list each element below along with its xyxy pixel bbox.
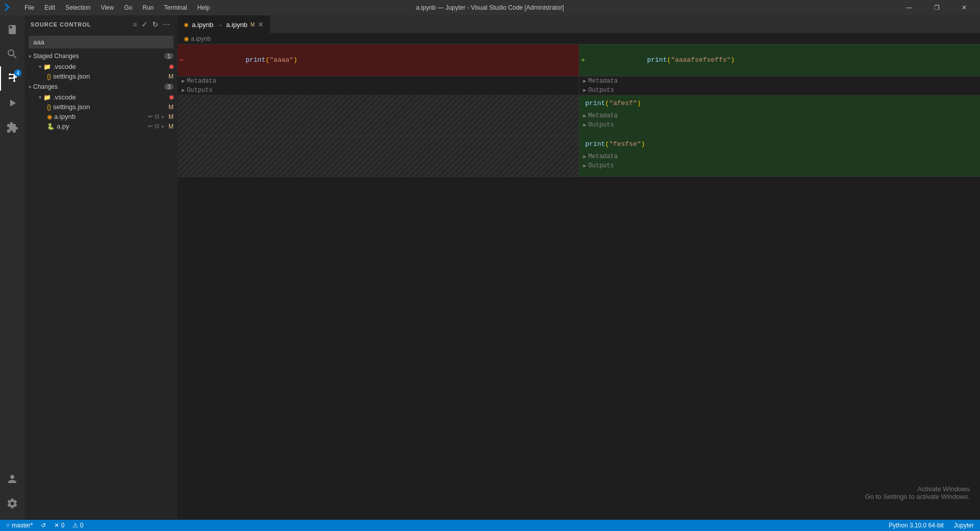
close-button[interactable]: ✕ [952, 0, 976, 15]
changes-aipynb[interactable]: ◉ a.ipynb ↩ ⊡ + M [24, 112, 178, 121]
titlebar-controls: — ❐ ✕ [897, 0, 976, 15]
source-control-badge: 4 [14, 69, 21, 77]
metadata-label-cell3: Metadata [589, 153, 618, 160]
source-control-activity-icon[interactable]: 4 [0, 66, 24, 91]
changes-apy-discard-icon[interactable]: ↩ [148, 123, 153, 130]
staged-settings-json-icon: {} [47, 73, 51, 80]
menu-edit[interactable]: Edit [40, 3, 59, 12]
staged-vscode-folder-left: ▾ 📁 .vscode [39, 63, 76, 70]
staged-changes-chevron: ▾ [29, 54, 31, 59]
status-python[interactable]: Python 3.10.0 64-bit [887, 522, 945, 529]
explorer-activity-icon[interactable] [0, 17, 24, 42]
metadata-chevron-left-1: ▶ [182, 78, 185, 84]
staged-settings-badge: M [168, 73, 174, 80]
changes-apy-badge: M [168, 123, 174, 130]
menu-selection[interactable]: Selection [61, 3, 94, 12]
outputs-label-right-1: Outputs [589, 87, 614, 94]
diff-cell3-paren2: ) [641, 140, 645, 148]
metadata-collapse-cell2[interactable]: ▶ Metadata [579, 111, 981, 120]
run-activity-icon[interactable] [0, 91, 24, 115]
changes-settings-badge: M [168, 104, 174, 111]
sidebar-content: ▾ Staged Changes 1 ▾ 📁 .vscode {} settin… [24, 50, 178, 520]
outputs-collapse-cell2[interactable]: ▶ Outputs [579, 120, 981, 130]
changes-vscode-red-dot [169, 95, 174, 99]
outputs-collapse-cell3[interactable]: ▶ Outputs [579, 161, 981, 170]
status-warnings[interactable]: ⚠ 0 [70, 522, 85, 529]
staged-changes-header[interactable]: ▾ Staged Changes 1 [24, 50, 178, 62]
tab-aipynb-label1: a.ipynb [192, 21, 213, 29]
sidebar-header-actions: ≡ ✓ ↻ ··· [132, 19, 172, 30]
menu-view[interactable]: View [96, 3, 118, 12]
maximize-button[interactable]: ❐ [925, 0, 948, 15]
diff-cell2-func: print [585, 99, 605, 107]
diff-cell2-str: "afesf" [609, 99, 637, 107]
status-branch[interactable]: ⑂ master* [4, 522, 35, 529]
more-actions-icon[interactable]: ··· [162, 19, 172, 30]
changes-apy-open-changes-icon[interactable]: ⊡ [155, 123, 159, 130]
warnings-label: ⚠ 0 [72, 522, 83, 529]
changes-apy-stage-icon[interactable]: + [161, 123, 164, 130]
diff-cell2-paren2: ) [637, 99, 641, 107]
status-language[interactable]: Jupyter [952, 522, 976, 529]
staged-settings-json[interactable]: {} settings.json M [24, 71, 178, 81]
changes-settings-left: {} settings.json [47, 103, 90, 111]
tab-close-icon[interactable]: ✕ [258, 20, 264, 29]
search-activity-icon[interactable] [0, 42, 24, 66]
changes-vscode-chevron: ▾ [39, 94, 41, 100]
titlebar-menu: File Edit Selection View Go Run Terminal… [20, 3, 214, 12]
diff-removed-func: print [246, 56, 265, 64]
branch-icon: ⑂ [6, 522, 10, 529]
changes-aipynb-left: ◉ a.ipynb [47, 113, 76, 120]
changes-header[interactable]: ▾ Changes 3 [24, 81, 178, 92]
errors-label: ✕ 0 [54, 522, 64, 529]
tab-modified-dot: M [251, 22, 255, 28]
minimize-button[interactable]: — [897, 0, 921, 15]
changes-vscode-folder[interactable]: ▾ 📁 .vscode [24, 92, 178, 102]
status-errors[interactable]: ✕ 0 [52, 522, 66, 529]
outputs-collapse-right-1[interactable]: ▶ Outputs [579, 86, 981, 95]
sidebar-header: SOURCE CONTROL ≡ ✓ ↻ ··· [24, 15, 178, 34]
sync-icon: ↺ [41, 522, 46, 529]
settings-activity-icon[interactable] [0, 491, 24, 516]
check-icon[interactable]: ✓ [140, 19, 149, 30]
status-bar: ⑂ master* ↺ ✕ 0 ⚠ 0 Python 3.10.0 64-bit… [0, 520, 980, 531]
tab-aipynb[interactable]: ◉ a.ipynb → a.ipynb M ✕ [178, 15, 270, 33]
refresh-icon[interactable]: ↻ [151, 19, 160, 30]
diff-meta-row-1: ▶ Metadata ▶ Outputs ▶ Metadata ▶ [178, 77, 980, 95]
changes-aipynb-name: a.ipynb [54, 113, 76, 120]
menu-go[interactable]: Go [120, 3, 136, 12]
menu-help[interactable]: Help [193, 3, 214, 12]
extensions-activity-icon[interactable] [0, 115, 24, 140]
changes-aipynb-stage-icon[interactable]: + [161, 114, 164, 120]
menu-file[interactable]: File [20, 3, 38, 12]
menu-terminal[interactable]: Terminal [160, 3, 191, 12]
menu-run[interactable]: Run [138, 3, 158, 12]
account-activity-icon[interactable] [0, 467, 24, 491]
metadata-collapse-left-1[interactable]: ▶ Metadata [178, 77, 579, 86]
changes-aipynb-open-changes-icon[interactable]: ⊡ [155, 113, 159, 120]
diff-content[interactable]: − print("aaaa") + print("aaaafsefseffs") [178, 44, 980, 520]
metadata-collapse-cell3[interactable]: ▶ Metadata [579, 152, 981, 161]
metadata-collapse-right-1[interactable]: ▶ Metadata [579, 77, 981, 86]
commit-message-input[interactable] [29, 36, 174, 48]
staged-vscode-folder[interactable]: ▾ 📁 .vscode [24, 62, 178, 71]
status-sync[interactable]: ↺ [39, 522, 48, 529]
changes-settings-json[interactable]: {} settings.json M [24, 102, 178, 112]
list-view-icon[interactable]: ≡ [132, 19, 138, 30]
changes-settings-json-name: settings.json [53, 103, 90, 111]
changes-aipynb-discard-icon[interactable]: ↩ [148, 113, 153, 120]
activity-bottom [0, 467, 24, 516]
diff-cell3-row: print("fesfse") ▶ Metadata ▶ Outputs [178, 136, 980, 177]
outputs-collapse-left-1[interactable]: ▶ Outputs [178, 86, 579, 95]
outputs-label-cell2: Outputs [589, 121, 614, 129]
changes-vscode-folder-name: .vscode [53, 93, 76, 101]
staged-vscode-dot [169, 63, 174, 70]
metadata-chevron-cell2: ▶ [583, 113, 586, 119]
changes-badge: 3 [164, 84, 174, 90]
metadata-chevron-right-1: ▶ [583, 78, 586, 84]
changes-apy[interactable]: 🐍 a.py ↩ ⊡ + M [24, 121, 178, 131]
changes-apy-left: 🐍 a.py [47, 122, 69, 130]
diff-plus-gutter: + [579, 44, 587, 76]
changes-chevron: ▾ [29, 84, 31, 90]
changes-vscode-folder-icon: 📁 [43, 94, 51, 101]
